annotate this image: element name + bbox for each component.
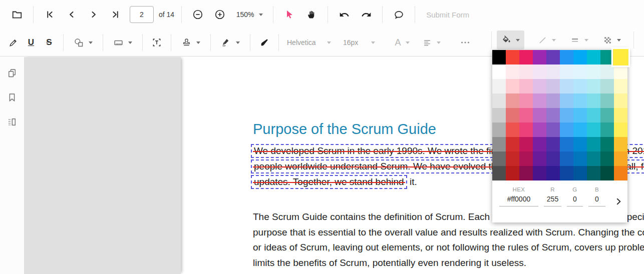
color-swatch[interactable] (560, 166, 573, 180)
color-swatch[interactable] (587, 108, 600, 122)
next-page-button[interactable] (83, 4, 105, 24)
color-swatch[interactable] (560, 94, 573, 108)
thumbnails-panel-button[interactable] (3, 64, 21, 82)
color-swatch[interactable] (519, 79, 533, 94)
redo-button[interactable] (355, 4, 377, 24)
color-swatch[interactable] (546, 64, 560, 79)
color-swatch[interactable] (587, 152, 600, 166)
strikeout-tool-button[interactable]: S (40, 32, 58, 52)
color-swatch[interactable] (600, 64, 614, 79)
color-swatch[interactable] (600, 108, 614, 122)
opacity-dropdown[interactable] (595, 30, 628, 50)
color-swatch[interactable] (587, 64, 600, 79)
color-swatch[interactable] (614, 94, 627, 108)
color-swatch[interactable] (614, 122, 627, 137)
color-swatch[interactable] (587, 94, 600, 108)
shapes-tool-dropdown[interactable] (69, 32, 98, 52)
comments-button[interactable] (388, 4, 410, 24)
color-swatch[interactable] (560, 152, 573, 166)
zoom-out-button[interactable] (187, 4, 209, 24)
green-input[interactable]: 0 (567, 195, 583, 206)
color-swatch[interactable] (600, 137, 614, 152)
red-input[interactable]: 255 (544, 195, 561, 206)
color-swatch[interactable] (506, 79, 519, 94)
blue-input[interactable]: 0 (588, 195, 605, 206)
color-swatch[interactable] (546, 122, 560, 137)
color-swatch[interactable] (533, 137, 546, 152)
color-swatch[interactable] (546, 137, 560, 152)
fill-color-dropdown[interactable] (497, 30, 524, 50)
apply-color-button[interactable] (613, 194, 623, 208)
color-swatch[interactable] (546, 152, 560, 166)
bookmarks-panel-button[interactable] (3, 88, 21, 106)
color-swatch[interactable] (573, 152, 587, 166)
color-swatch[interactable] (573, 122, 587, 137)
color-swatch[interactable] (506, 94, 519, 108)
color-swatch[interactable] (492, 50, 506, 64)
color-swatch[interactable] (587, 122, 600, 137)
color-swatch[interactable] (546, 166, 560, 180)
color-swatch[interactable] (546, 108, 560, 122)
last-page-button[interactable] (105, 4, 127, 24)
color-swatch[interactable] (519, 108, 533, 122)
brush-tool-button[interactable] (255, 32, 273, 52)
submit-form-button[interactable]: Submit Form (426, 10, 469, 19)
color-swatch[interactable] (546, 79, 560, 94)
color-swatch[interactable] (614, 152, 627, 166)
color-swatch[interactable] (533, 108, 546, 122)
color-swatch[interactable] (519, 94, 533, 108)
color-swatch[interactable] (573, 79, 587, 94)
color-swatch[interactable] (506, 166, 519, 180)
first-page-button[interactable] (39, 4, 61, 24)
color-swatch[interactable] (573, 137, 587, 152)
freehand-tool-button[interactable] (4, 32, 22, 52)
color-swatch[interactable] (560, 108, 573, 122)
color-swatch[interactable] (533, 50, 546, 64)
color-swatch[interactable] (614, 79, 627, 94)
color-swatch[interactable] (560, 50, 573, 64)
color-swatch[interactable] (506, 137, 519, 152)
color-swatch[interactable] (587, 137, 600, 152)
previous-page-button[interactable] (61, 4, 83, 24)
color-swatch[interactable] (506, 50, 519, 64)
pan-tool-button[interactable] (300, 4, 323, 24)
color-swatch[interactable] (560, 79, 573, 94)
color-swatch[interactable] (533, 64, 546, 79)
color-swatch[interactable] (533, 166, 546, 180)
color-swatch[interactable] (492, 152, 506, 166)
color-swatch[interactable] (533, 122, 546, 137)
color-swatch[interactable] (600, 50, 614, 64)
color-swatch[interactable] (519, 137, 533, 152)
stroke-color-dropdown[interactable] (530, 30, 563, 50)
color-swatch[interactable] (600, 166, 614, 180)
color-swatch[interactable] (519, 152, 533, 166)
color-swatch[interactable] (560, 64, 573, 79)
color-swatch[interactable] (560, 122, 573, 137)
color-swatch[interactable] (492, 94, 506, 108)
color-swatch[interactable] (573, 166, 587, 180)
color-swatch[interactable] (519, 122, 533, 137)
select-tool-button[interactable] (278, 4, 300, 24)
measurement-tool-dropdown[interactable] (108, 32, 137, 52)
thumbnails-panel[interactable] (24, 57, 181, 274)
color-swatch[interactable] (600, 122, 614, 137)
color-swatch[interactable] (573, 108, 587, 122)
color-swatch[interactable] (519, 166, 533, 180)
color-swatch[interactable] (492, 122, 506, 137)
color-swatch[interactable] (492, 108, 506, 122)
color-swatch[interactable] (492, 79, 506, 94)
color-swatch[interactable] (506, 122, 519, 137)
undo-button[interactable] (333, 4, 355, 24)
font-family-dropdown[interactable]: Helvetica (284, 32, 336, 52)
color-swatch[interactable] (506, 152, 519, 166)
color-swatch[interactable] (533, 152, 546, 166)
color-swatch[interactable] (506, 64, 519, 79)
page-number-input[interactable] (130, 6, 154, 23)
color-swatch[interactable] (587, 50, 600, 64)
free-text-tool-button[interactable] (148, 32, 166, 52)
color-swatch[interactable] (614, 137, 627, 152)
overflow-menu-button[interactable] (452, 32, 478, 52)
color-swatch[interactable] (546, 50, 560, 64)
signature-tool-dropdown[interactable] (216, 32, 245, 52)
color-swatch[interactable] (519, 64, 533, 79)
